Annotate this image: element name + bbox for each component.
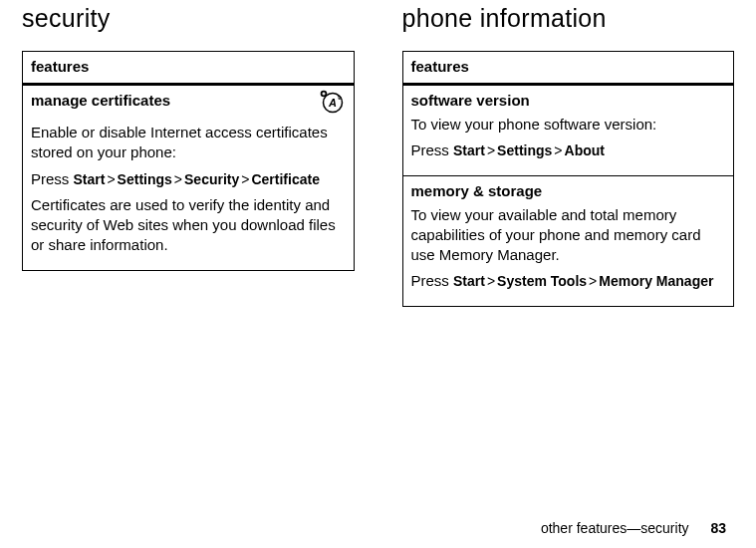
cell-body-ms: To view your available and total memory … [411, 205, 726, 266]
press-prefix: Press [31, 170, 74, 187]
cell-body-2: Certificates are used to verify the iden… [31, 195, 346, 256]
table-header-left: features [23, 52, 355, 85]
press-kw: Settings [118, 171, 172, 187]
press-kw: Memory Manager [599, 273, 713, 289]
press-kw: Security [184, 171, 239, 187]
cell-title-manage-certificates: manage certificates [31, 92, 170, 109]
press-kw: Start [453, 273, 485, 289]
features-table-left: features manage certificates A [22, 51, 355, 271]
press-kw: Start [453, 142, 485, 158]
table-cell-software-version: software version To view your phone soft… [402, 85, 734, 176]
left-column: security features manage certificates A [22, 4, 355, 307]
press-line-memory: Press Start>System Tools>Memory Manager [411, 271, 726, 291]
press-kw: System Tools [497, 273, 587, 289]
press-kw: Start [74, 171, 106, 187]
press-sep: > [485, 273, 497, 289]
press-kw: Certificate [251, 171, 319, 187]
press-line-about: Press Start>Settings>About [411, 140, 726, 160]
features-table-right: features software version To view your p… [402, 51, 735, 307]
right-column: phone information features software vers… [402, 4, 735, 307]
press-sep: > [587, 273, 599, 289]
press-sep: > [239, 171, 251, 187]
section-heading-phone-info: phone information [402, 4, 735, 33]
page-number: 83 [710, 520, 726, 536]
press-prefix: Press [411, 141, 454, 158]
table-header-right: features [402, 52, 734, 85]
press-line-certificates: Press Start>Settings>Security>Certificat… [31, 169, 346, 189]
svg-text:A: A [328, 97, 337, 109]
cell-body-1: Enable or disable Internet access certif… [31, 123, 346, 163]
footer-breadcrumb: other features—security [541, 520, 689, 536]
operator-icon: A [318, 90, 346, 117]
press-prefix: Press [411, 272, 454, 289]
cell-title-memory-storage: memory & storage [411, 182, 543, 199]
press-kw: About [565, 142, 605, 158]
press-sep: > [552, 142, 564, 158]
press-kw: Settings [497, 142, 552, 158]
press-sep: > [485, 142, 497, 158]
table-cell-manage-certificates: manage certificates A [23, 85, 355, 271]
table-cell-memory-storage: memory & storage To view your available … [402, 175, 734, 306]
section-heading-security: security [22, 4, 355, 33]
press-sep: > [172, 171, 184, 187]
page-footer: other features—security 83 [541, 520, 726, 536]
cell-body-sv: To view your phone software version: [411, 115, 726, 135]
cell-title-software-version: software version [411, 92, 530, 109]
press-sep: > [105, 171, 117, 187]
